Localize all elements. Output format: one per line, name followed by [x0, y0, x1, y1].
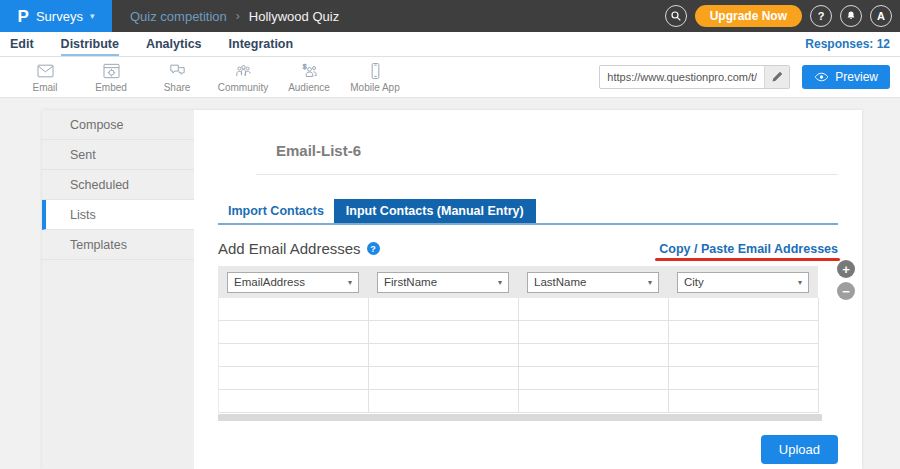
preview-button[interactable]: Preview [802, 65, 890, 89]
sidebar-item-lists[interactable]: Lists [42, 200, 194, 230]
people-group-icon [233, 61, 254, 81]
upload-button[interactable]: Upload [761, 435, 838, 464]
copy-paste-emails-link[interactable]: Copy / Paste Email Addresses [659, 242, 838, 256]
column-select-city[interactable]: City ▾ [677, 272, 809, 293]
row-controls: + − [837, 260, 855, 300]
remove-column-button[interactable]: − [837, 282, 855, 300]
contact-cell[interactable] [369, 344, 519, 367]
preview-label: Preview [835, 70, 878, 84]
contact-cell[interactable] [519, 367, 669, 390]
contact-cell[interactable] [369, 367, 519, 390]
contact-cell[interactable] [519, 344, 669, 367]
bell-icon [845, 10, 857, 22]
survey-nav: Edit Distribute Analytics Integration Re… [0, 32, 900, 57]
horizontal-scrollbar[interactable] [218, 414, 822, 421]
sidebar-item-scheduled[interactable]: Scheduled [42, 170, 194, 200]
table-row [219, 298, 818, 321]
envelope-icon [35, 61, 56, 81]
contact-cell[interactable] [369, 390, 519, 413]
toolbar-item-label: Share [164, 82, 191, 93]
embed-window-icon [101, 61, 122, 81]
dollar-people-icon: $ [299, 61, 320, 81]
column-header: EmailAddress ▾ [218, 272, 368, 293]
responses-count[interactable]: Responses: 12 [805, 37, 890, 51]
contact-cell[interactable] [369, 298, 519, 321]
survey-url-input[interactable] [600, 66, 764, 88]
selected-option: City [684, 276, 704, 288]
column-select-first-name[interactable]: FirstName ▾ [377, 272, 509, 293]
question-mark-icon: ? [818, 10, 825, 22]
nav-tab-integration[interactable]: Integration [229, 32, 294, 56]
caret-down-icon: ▾ [798, 278, 802, 287]
contact-cell[interactable] [519, 321, 669, 344]
toolbar-item-email[interactable]: Email [12, 61, 78, 93]
phone-icon [365, 61, 386, 81]
chat-bubbles-icon [167, 61, 188, 81]
help-icon[interactable]: ? [367, 242, 380, 255]
caret-down-icon: ▾ [648, 278, 652, 287]
nav-tab-label: Analytics [146, 37, 202, 51]
selected-option: FirstName [384, 276, 437, 288]
upgrade-now-button[interactable]: Upgrade Now [695, 5, 802, 27]
toolbar-item-embed[interactable]: Embed [78, 61, 144, 93]
tab-label: Input Contacts (Manual Entry) [346, 204, 524, 218]
edit-url-button[interactable] [764, 66, 789, 88]
search-icon [670, 10, 682, 22]
upload-label: Upload [779, 442, 820, 457]
sidebar-item-compose[interactable]: Compose [42, 110, 194, 140]
contact-cell[interactable] [219, 390, 369, 413]
notifications-button[interactable] [840, 5, 862, 27]
contact-cell[interactable] [219, 298, 369, 321]
toolbar-item-label: Email [32, 82, 57, 93]
column-header: FirstName ▾ [368, 272, 518, 293]
sidebar-item-label: Compose [70, 118, 124, 132]
contact-cell[interactable] [519, 390, 669, 413]
product-switcher[interactable]: P Surveys ▾ [0, 0, 112, 32]
search-button[interactable] [665, 5, 687, 27]
toolbar-item-mobile-app[interactable]: Mobile App [342, 61, 408, 93]
contact-cell[interactable] [669, 321, 819, 344]
contacts-table-header: EmailAddress ▾ FirstName ▾ LastName [218, 266, 818, 298]
table-row [219, 390, 818, 413]
toolbar-item-label: Embed [95, 82, 127, 93]
contact-cell[interactable] [519, 298, 669, 321]
questionpro-logo-icon: P [18, 8, 29, 25]
tab-input-contacts-manual[interactable]: Input Contacts (Manual Entry) [334, 199, 536, 223]
toolbar-item-community[interactable]: Community [210, 61, 276, 93]
sidebar-item-label: Sent [70, 148, 96, 162]
add-emails-header-row: Add Email Addresses ? Copy / Paste Email… [218, 240, 838, 257]
email-sidebar: Compose Sent Scheduled Lists Templates [42, 110, 194, 469]
selected-option: LastName [534, 276, 586, 288]
contact-cell[interactable] [669, 367, 819, 390]
nav-tab-distribute[interactable]: Distribute [61, 32, 119, 56]
toolbar-item-audience[interactable]: $ Audience [276, 61, 342, 93]
nav-tab-label: Distribute [61, 37, 119, 51]
nav-tab-analytics[interactable]: Analytics [146, 32, 202, 56]
contact-cell[interactable] [219, 321, 369, 344]
nav-tab-label: Edit [10, 37, 34, 51]
contacts-table-body [218, 298, 818, 413]
contact-cell[interactable] [219, 367, 369, 390]
toolbar-item-label: Audience [288, 82, 330, 93]
help-button[interactable]: ? [810, 5, 832, 27]
toolbar-item-share[interactable]: Share [144, 61, 210, 93]
add-column-button[interactable]: + [837, 260, 855, 278]
contact-cell[interactable] [219, 344, 369, 367]
contact-cell[interactable] [669, 390, 819, 413]
sidebar-item-sent[interactable]: Sent [42, 140, 194, 170]
section-title-label: Add Email Addresses [218, 240, 361, 257]
breadcrumb: Quiz competition › Hollywood Quiz [130, 9, 339, 24]
column-select-email-address[interactable]: EmailAddress ▾ [227, 272, 359, 293]
nav-tab-edit[interactable]: Edit [10, 32, 34, 56]
contact-cell[interactable] [669, 344, 819, 367]
title-divider [256, 174, 838, 175]
column-select-last-name[interactable]: LastName ▾ [527, 272, 659, 293]
contact-cell[interactable] [669, 298, 819, 321]
breadcrumb-parent[interactable]: Quiz competition [130, 9, 227, 24]
tab-import-contacts[interactable]: Import Contacts [218, 199, 334, 223]
caret-down-icon: ▾ [498, 278, 502, 287]
sidebar-item-templates[interactable]: Templates [42, 230, 194, 260]
account-avatar[interactable]: A [870, 5, 892, 27]
contact-cell[interactable] [369, 321, 519, 344]
toolbar-item-label: Community [218, 82, 269, 93]
